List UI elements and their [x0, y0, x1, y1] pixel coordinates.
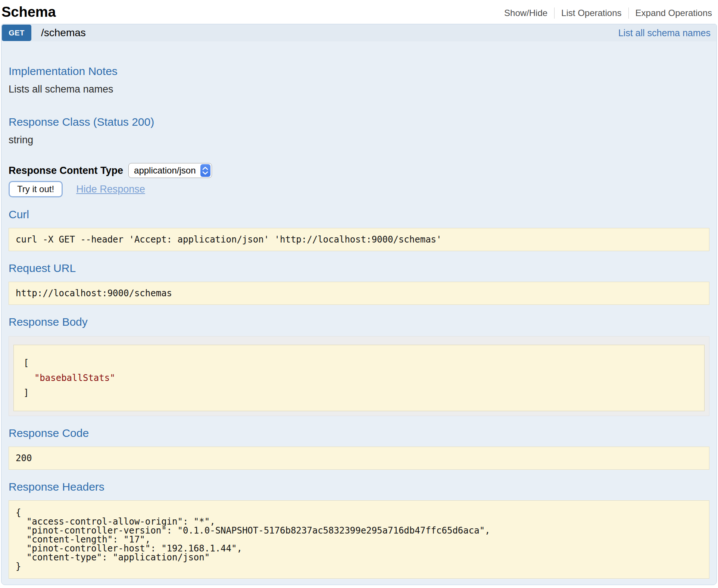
response-content-type-label: Response Content Type — [9, 165, 123, 176]
response-body-heading: Response Body — [9, 315, 709, 329]
response-class-heading: Response Class (Status 200) — [9, 115, 709, 129]
endpoint-panel: GET /schemas List all schema names Imple… — [1, 24, 717, 585]
hide-response-link[interactable]: Hide Response — [76, 184, 145, 195]
response-code-heading: Response Code — [9, 426, 709, 440]
select-chevrons-icon — [200, 164, 210, 177]
top-nav: Show/Hide List Operations Expand Operati… — [504, 7, 712, 20]
list-all-schema-names-link[interactable]: List all schema names — [618, 28, 711, 38]
show-hide-link[interactable]: Show/Hide — [504, 8, 547, 18]
list-operations-link[interactable]: List Operations — [561, 8, 621, 18]
response-content-type-select[interactable]: application/json — [128, 163, 212, 178]
curl-command-block: curl -X GET --header 'Accept: applicatio… — [9, 228, 709, 251]
json-open-bracket: [ — [24, 356, 694, 370]
json-schema-name-value: "baseballStats" — [24, 370, 694, 385]
endpoint-heading: GET /schemas List all schema names — [1, 24, 717, 41]
response-code-block: 200 — [9, 447, 709, 470]
page-header: Schema Show/Hide List Operations Expand … — [0, 0, 718, 24]
request-url-block: http://localhost:9000/schemas — [9, 282, 709, 305]
get-method-badge[interactable]: GET — [2, 25, 31, 41]
nav-separator — [628, 7, 629, 19]
selected-content-type: application/json — [134, 165, 200, 176]
json-close-bracket: ] — [24, 385, 694, 400]
expand-operations-link[interactable]: Expand Operations — [636, 8, 712, 18]
nav-separator — [554, 7, 555, 19]
response-class-text: string — [9, 134, 709, 146]
request-url-heading: Request URL — [9, 262, 709, 275]
try-it-out-row: Try it out! Hide Response — [9, 181, 709, 197]
response-headers-block: { "access-control-allow-origin": "*", "p… — [9, 500, 709, 579]
response-content-type-row: Response Content Type application/json — [9, 163, 709, 178]
curl-heading: Curl — [9, 208, 709, 221]
response-body-container: [ "baseballStats" ] — [9, 336, 709, 416]
implementation-notes-text: Lists all schema names — [9, 83, 709, 95]
endpoint-path-link[interactable]: /schemas — [41, 27, 86, 39]
implementation-notes-heading: Implementation Notes — [9, 65, 709, 78]
endpoint-content: Implementation Notes Lists all schema na… — [1, 65, 717, 585]
try-it-out-button[interactable]: Try it out! — [9, 181, 63, 197]
response-body-json: [ "baseballStats" ] — [13, 345, 705, 411]
page-title: Schema — [1, 4, 56, 20]
response-headers-heading: Response Headers — [9, 480, 709, 494]
